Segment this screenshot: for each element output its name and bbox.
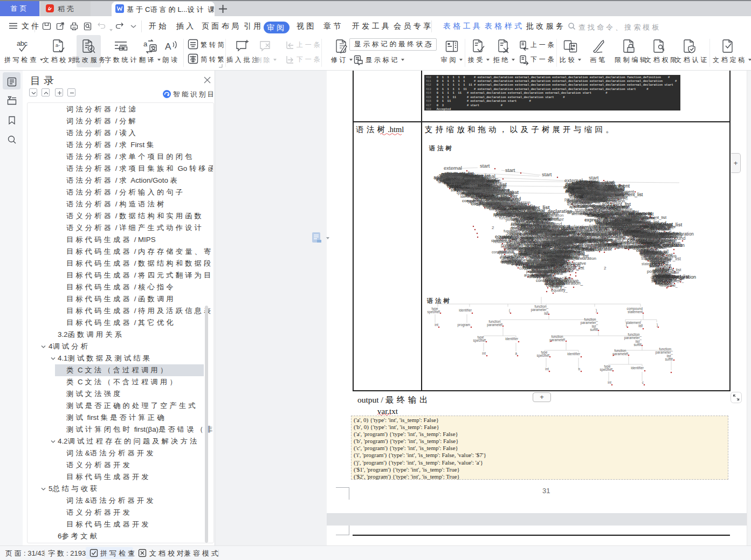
svg-text:selection_: selection_ [663, 275, 681, 279]
svg-text:start: start [480, 163, 490, 169]
svg-text:program: program [458, 323, 470, 327]
svg-text:iteration_: iteration_ [598, 208, 618, 213]
svg-text:identifier: identifier [631, 366, 644, 370]
svg-text:expression: expression [528, 226, 549, 231]
svg-text:iteration_: iteration_ [586, 229, 607, 234]
svg-text:specifier: specifier [600, 368, 612, 372]
svg-text:postfix_: postfix_ [582, 190, 598, 195]
svg-text:int: int [482, 351, 486, 355]
svg-text:): ) [596, 308, 597, 313]
svg-text:multiplicative: multiplicative [525, 261, 551, 267]
svg-text:compound: compound [462, 198, 481, 203]
svg-text:declaration: declaration [566, 189, 583, 193]
svg-text:int: int [608, 381, 611, 384]
svg-text:application: application [563, 230, 587, 236]
svg-text:abc: abc [17, 39, 27, 47]
svg-text:selection_: selection_ [588, 239, 610, 244]
svg-text:parameter: parameter [510, 212, 527, 216]
svg-text:declaration_: declaration_ [459, 179, 484, 185]
svg-text:external: external [581, 182, 600, 188]
svg-text:selection_: selection_ [608, 199, 628, 204]
svg-text:(: ( [509, 308, 511, 313]
svg-text:list: list [544, 312, 548, 315]
svg-text:c: c [642, 381, 644, 384]
svg-text:external_: external_ [477, 173, 499, 179]
svg-text:start: start [542, 171, 552, 177]
svg-text:external: external [444, 165, 462, 171]
svg-text:statement: statement [628, 310, 643, 314]
svg-text:application: application [659, 231, 679, 236]
svg-text:assignment: assignment [481, 185, 501, 190]
svg-text:int: int [545, 367, 549, 371]
svg-text:2: 2 [604, 266, 607, 271]
svg-text:}: } [657, 323, 658, 327]
svg-text:list: list [638, 324, 643, 328]
svg-text:specifier: specifier [537, 354, 549, 358]
svg-text:suffix: suffix [586, 248, 595, 252]
svg-text:specifier: specifier [501, 202, 516, 206]
svg-text:identifier: identifier [459, 308, 472, 312]
svg-text:identifier: identifier [560, 237, 576, 242]
svg-text:identifier: identifier [505, 337, 518, 341]
svg-text:b: b [578, 367, 580, 371]
svg-text:suffix: suffix [590, 328, 598, 331]
svg-text:init_declarat: init_declarat [512, 238, 534, 243]
svg-text:parameter: parameter [612, 352, 628, 356]
svg-text:start: start [606, 183, 616, 189]
svg-text:specifier: specifier [428, 310, 440, 314]
svg-text:asse: asse [533, 251, 541, 254]
svg-text:external_declaration: external_declaration [527, 209, 573, 214]
svg-text:specifier: specifier [473, 338, 486, 343]
svg-text:statement_list: statement_list [640, 224, 664, 229]
svg-text:expression_: expression_ [567, 201, 594, 206]
svg-text:expression_: expression_ [590, 245, 610, 250]
svg-text:2: 2 [650, 252, 652, 257]
svg-text:constant: constant [567, 249, 584, 254]
svg-text:a: a [515, 351, 517, 355]
svg-text:start: start [505, 167, 515, 173]
svg-text:asse: asse [543, 242, 550, 246]
svg-text:2: 2 [565, 260, 568, 265]
svg-text:suffix: suffix [649, 263, 660, 268]
svg-text:function_: function_ [655, 280, 674, 286]
svg-text:parameter: parameter [549, 338, 565, 342]
svg-text:2: 2 [492, 225, 494, 230]
svg-text:equality_: equality_ [495, 234, 515, 239]
svg-text:int: int [435, 323, 438, 327]
svg-text:A: A [165, 42, 171, 52]
svg-text:suffix: suffix [633, 343, 642, 347]
svg-text:spec: spec [516, 202, 527, 207]
svg-text:suffix: suffix [665, 357, 673, 361]
svg-text:identifier: identifier [567, 352, 580, 356]
svg-text:relational_: relational_ [507, 247, 526, 252]
svg-text:a: a [143, 40, 148, 48]
svg-text:constant: constant [639, 241, 653, 245]
svg-text:suffix: suffix [610, 230, 621, 235]
svg-text:multiplicative: multiplicative [651, 253, 677, 259]
svg-text:init_declarat: init_declarat [543, 272, 563, 276]
svg-text:function_: function_ [504, 229, 520, 233]
svg-text:identifier: identifier [549, 280, 568, 286]
svg-text:start: start [589, 175, 599, 181]
svg-text:function_: function_ [632, 217, 649, 222]
svg-text:assignment: assignment [639, 234, 662, 240]
svg-text:selection_: selection_ [564, 245, 581, 250]
svg-text:parameter: parameter [492, 197, 513, 202]
svg-text:statement: statement [501, 207, 518, 211]
svg-text:function_: function_ [499, 216, 514, 220]
svg-text:a-: a- [56, 43, 60, 48]
svg-text:2: 2 [562, 250, 565, 254]
svg-text:parameter: parameter [487, 323, 502, 327]
